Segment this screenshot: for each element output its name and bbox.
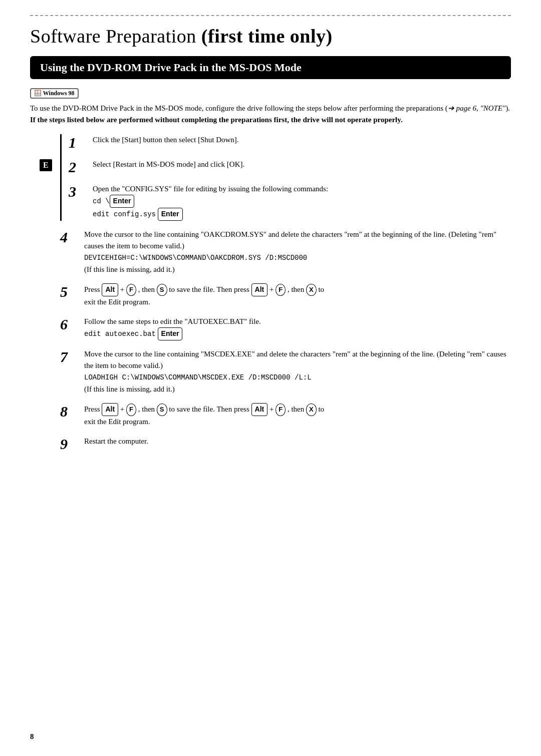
- enter-key-1: Enter: [110, 195, 135, 208]
- page-title-normal: Software Preparation: [30, 26, 196, 47]
- intro-text: To use the DVD-ROM Drive Pack in the MS-…: [30, 103, 511, 125]
- step-2: 2 Select [Restart in MS-DOS mode] and cl…: [69, 159, 511, 175]
- step-4-cmd: DEVICEHIGH=C:\WINDOWS\COMMAND\OAKCDROM.S…: [84, 254, 307, 262]
- step-6-number: 6: [60, 316, 81, 332]
- step-7-content: Move the cursor to the line containing "…: [84, 348, 511, 395]
- f-key-2: F: [276, 284, 286, 296]
- f-key-3: F: [126, 404, 136, 416]
- step-7: 7 Move the cursor to the line containing…: [60, 348, 511, 395]
- step-7-number: 7: [60, 348, 81, 365]
- x-key-1: X: [306, 284, 317, 296]
- step-1: 1 Click the [Start] button then select […: [69, 134, 511, 151]
- step-5: 5 Press Alt + F , then S to save the fil…: [60, 283, 511, 308]
- section-header: Using the DVD-ROM Drive Pack in the MS-D…: [30, 56, 511, 79]
- alt-key-2: Alt: [251, 283, 268, 296]
- step-9-content: Restart the computer.: [84, 436, 511, 447]
- step-6-content: Follow the same steps to edit the "AUTOE…: [84, 316, 511, 340]
- step-1-content: Click the [Start] button then select [Sh…: [93, 134, 511, 146]
- step-3-cmd2: edit config.sys: [93, 210, 156, 218]
- step-6: 6 Follow the same steps to edit the "AUT…: [60, 316, 511, 340]
- alt-key-1: Alt: [102, 283, 118, 296]
- enter-key-2: Enter: [158, 208, 183, 221]
- step-4-content: Move the cursor to the line containing "…: [84, 229, 511, 275]
- step-3-cmd1: cd \: [93, 197, 110, 205]
- step-6-cmd: edit autoexec.bat: [84, 330, 156, 338]
- windows-badge: 🪟 Windows 98: [30, 88, 79, 99]
- step-1-number: 1: [69, 134, 90, 151]
- alt-key-4: Alt: [251, 403, 268, 416]
- enter-key-3: Enter: [158, 327, 183, 340]
- step-8: 8 Press Alt + F , then S to save the fil…: [60, 403, 511, 428]
- windows-badge-icon: 🪟: [34, 90, 42, 97]
- step-4-number: 4: [60, 229, 81, 245]
- e-label: E: [40, 159, 52, 171]
- f-key-4: F: [276, 404, 286, 416]
- s-key-2: S: [157, 404, 167, 416]
- steps-group: E 1 Click the [Start] button then select…: [60, 134, 511, 221]
- step-3-content: Open the "CONFIG.SYS" file for editing b…: [93, 183, 511, 221]
- steps-container: E 1 Click the [Start] button then select…: [60, 134, 511, 452]
- s-key-1: S: [157, 284, 167, 296]
- step-2-content: Select [Restart in MS-DOS mode] and clic…: [93, 159, 511, 170]
- step-3: 3 Open the "CONFIG.SYS" file for editing…: [69, 183, 511, 221]
- page-number: 8: [30, 732, 34, 741]
- step-8-content: Press Alt + F , then S to save the file.…: [84, 403, 511, 428]
- step-2-number: 2: [69, 159, 90, 175]
- page-title-bold: (first time only): [201, 26, 333, 47]
- x-key-2: X: [306, 404, 317, 416]
- step-4: 4 Move the cursor to the line containing…: [60, 229, 511, 275]
- alt-key-3: Alt: [102, 403, 118, 416]
- page-title: Software Preparation (first time only): [30, 15, 511, 47]
- step-9-number: 9: [60, 436, 81, 452]
- step-7-cmd: LOADHIGH C:\WINDOWS\COMMAND\MSCDEX.EXE /…: [84, 373, 312, 382]
- step-3-number: 3: [69, 183, 90, 200]
- step-9: 9 Restart the computer.: [60, 436, 511, 452]
- step-5-content: Press Alt + F , then S to save the file.…: [84, 283, 511, 308]
- step-5-number: 5: [60, 283, 81, 300]
- step-8-number: 8: [60, 403, 81, 420]
- f-key-1: F: [126, 284, 136, 296]
